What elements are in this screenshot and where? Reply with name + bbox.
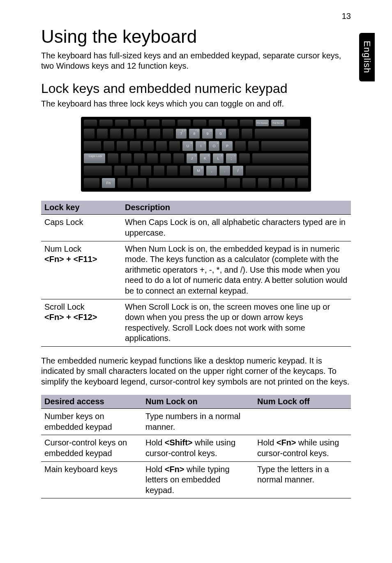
key — [117, 178, 131, 188]
key-comma: , — [206, 165, 217, 176]
key-j: J1 — [186, 153, 198, 164]
key-9: 9( 9 — [202, 128, 213, 139]
keyboard-row-bottom: Fn — [83, 178, 309, 188]
cell-desc: When Scroll Lock is on, the screen moves… — [122, 299, 351, 346]
key-f — [208, 119, 222, 127]
cell-key: Caps Lock — [41, 215, 122, 241]
key-main: L — [217, 156, 219, 160]
key-main: P — [226, 144, 228, 148]
key-i: I5 — [195, 141, 207, 151]
cell-on: Hold <Shift> while using cursor-control … — [142, 435, 254, 461]
key-l: L3 — [212, 153, 224, 164]
key-main: M — [197, 169, 200, 173]
key-sub: & 7 — [182, 130, 185, 132]
key — [97, 128, 108, 139]
key-main: O — [212, 144, 215, 148]
key — [180, 165, 191, 176]
key-ctrl — [83, 178, 100, 188]
key-period: . — [219, 165, 231, 176]
keyboard-row-q: U4 I5 O6 P- — [83, 141, 309, 151]
key-shift — [245, 165, 309, 176]
cell-off — [254, 409, 351, 435]
key-main: I — [201, 144, 202, 148]
key — [235, 141, 246, 151]
intro-paragraph: The keyboard has full-sized keys and an … — [41, 51, 351, 72]
table-header-lockkey: Lock key — [41, 201, 122, 215]
text: Hold — [257, 438, 277, 447]
key-sub: - — [231, 142, 231, 144]
key-main: 7 — [180, 132, 182, 136]
page-number: 13 — [342, 12, 351, 21]
key-slash: // — [232, 165, 244, 176]
key-sub: 5 — [204, 142, 205, 144]
keyboard-frame: F11 NumLk F12 Scr Lk 7& 7 8* 8 9( 9 0) * — [81, 117, 311, 192]
page-title: Using the keyboard — [41, 26, 351, 47]
key-backspace — [254, 128, 309, 139]
desired-access-table: Desired access Num Lock on Num Lock off … — [41, 395, 351, 499]
key-sub: 2 — [208, 154, 209, 157]
key — [242, 178, 256, 188]
table-header-numlock-on: Num Lock on — [142, 395, 254, 409]
key-main: ; — [231, 156, 232, 160]
key-sub: ) * — [222, 130, 225, 132]
text: Type the letters in a normal manner. — [257, 465, 329, 484]
key-main: K — [204, 156, 206, 160]
cell-on: Type numbers in a normal manner. — [142, 409, 254, 435]
key-7: 7& 7 — [175, 128, 187, 139]
key — [123, 128, 134, 139]
key — [160, 153, 171, 164]
text: Hold — [145, 438, 165, 447]
key-sub: * 8 — [196, 130, 198, 132]
key-f — [115, 119, 129, 127]
cell-desc: When Num Lock is on, the embedded keypad… — [122, 241, 351, 299]
key — [147, 153, 158, 164]
key — [120, 153, 132, 164]
key — [110, 128, 121, 139]
key — [134, 153, 145, 164]
key — [103, 141, 115, 151]
table-header-access: Desired access — [41, 395, 142, 409]
cell-off: Hold <Fn> while using cursor-control key… — [254, 435, 351, 461]
table-row: Num Lock <Fn> + <F11> When Num Lock is o… — [41, 241, 351, 299]
key-p: P- — [221, 141, 233, 151]
lock-keys-table: Lock key Description Caps Lock When Caps… — [41, 201, 351, 347]
key — [241, 128, 253, 139]
key — [129, 141, 141, 151]
cell-access: Main keyboard keys — [41, 461, 142, 498]
text: Hold — [145, 465, 165, 474]
key — [228, 128, 240, 139]
key — [114, 165, 125, 176]
key — [226, 178, 240, 188]
cell-on: Hold <Fn> while typing letters on embedd… — [142, 461, 254, 498]
key — [83, 128, 95, 139]
cell-access: Number keys on embedded keypad — [41, 409, 142, 435]
key — [248, 141, 259, 151]
key-sub: + — [234, 154, 235, 157]
table-row: Number keys on embedded keypad Type numb… — [41, 409, 351, 435]
table-header-description: Description — [122, 201, 351, 215]
mid-paragraph: The embedded numeric keypad functions li… — [41, 356, 351, 387]
key — [284, 178, 295, 188]
key — [156, 141, 167, 151]
key-f — [177, 119, 191, 127]
keyboard-row-a: Caps Lock J1 K2 L3 ;+ — [83, 153, 309, 164]
key-tab — [83, 141, 101, 151]
key-sub: 3 — [221, 154, 222, 157]
key-name: Caps Lock — [44, 218, 83, 227]
cell-key: Scroll Lock <Fn> + <F12> — [41, 299, 122, 346]
key — [261, 141, 309, 151]
table-row: Cursor-control keys on embedded keypad H… — [41, 435, 351, 461]
table-header-numlock-off: Num Lock off — [254, 395, 351, 409]
key — [143, 141, 154, 151]
keyboard-illustration: F11 NumLk F12 Scr Lk 7& 7 8* 8 9( 9 0) * — [81, 117, 311, 192]
key — [169, 141, 180, 151]
key-main: 0 — [219, 132, 221, 136]
key — [153, 165, 165, 176]
key-name: Num Lock — [44, 244, 81, 253]
key — [162, 128, 174, 139]
section-intro: The keyboard has three lock keys which y… — [41, 99, 351, 109]
key-capslock: Caps Lock — [83, 153, 106, 164]
key-sub: / — [241, 167, 242, 169]
key-space — [148, 178, 225, 188]
text: Type numbers in a normal manner. — [145, 412, 240, 431]
